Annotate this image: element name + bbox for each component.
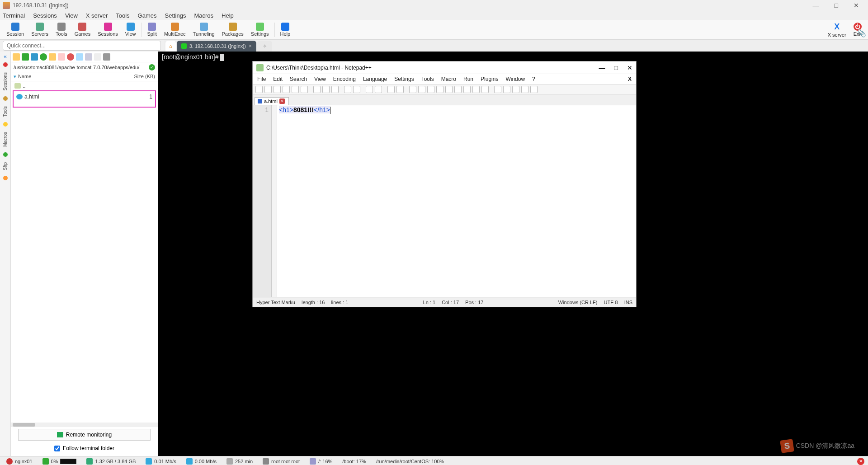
tool-tools[interactable]: Tools <box>52 22 71 38</box>
npp-zoom-out-icon[interactable] <box>396 86 404 93</box>
terminal-icon[interactable] <box>103 53 110 61</box>
npp-close-icon[interactable] <box>292 86 299 93</box>
npp-new-icon[interactable] <box>255 86 263 93</box>
npp-menu-macro[interactable]: Macro <box>441 76 456 82</box>
npp-redo-icon[interactable] <box>353 86 360 93</box>
tool-packages[interactable]: Packages <box>218 22 247 38</box>
view-icon[interactable] <box>85 53 92 61</box>
paperclip-icon[interactable]: 📎 <box>857 29 866 38</box>
npp-zoom-in-icon[interactable] <box>387 86 395 93</box>
npp-docmap-icon[interactable] <box>454 86 462 93</box>
npp-stop-icon[interactable] <box>503 86 510 93</box>
tool-sessions[interactable]: Sessions <box>94 22 122 38</box>
menu-xserver[interactable]: X server <box>86 12 108 19</box>
tool-tunneling[interactable]: Tunneling <box>189 22 218 38</box>
folder-up-icon[interactable] <box>13 53 20 61</box>
npp-copy-icon[interactable] <box>322 86 330 93</box>
tab-session-1[interactable]: 3. 192.168.10.31 ([nginx]) × <box>177 41 256 52</box>
menu-settings[interactable]: Settings <box>165 12 186 19</box>
tool-view[interactable]: View <box>122 22 140 38</box>
npp-replace-icon[interactable] <box>375 86 382 93</box>
npp-find-icon[interactable] <box>366 86 373 93</box>
npp-playmulti-icon[interactable] <box>521 86 528 93</box>
follow-terminal-checkbox[interactable]: Follow terminal folder <box>18 443 151 453</box>
notepadpp-window[interactable]: C:\Users\Think\Desktop\a.html - Notepad+… <box>252 61 637 307</box>
menu-tools[interactable]: Tools <box>116 12 129 19</box>
tool-servers[interactable]: Servers <box>28 22 52 38</box>
npp-allchars-icon[interactable] <box>418 86 425 93</box>
npp-minimize-button[interactable]: — <box>599 64 605 71</box>
tool-split[interactable]: Split <box>144 22 160 38</box>
tool-settings[interactable]: Settings <box>247 22 273 38</box>
tab-new[interactable]: ✧ <box>257 41 272 52</box>
npp-tab-ahtml[interactable]: a.html × <box>255 97 289 105</box>
tool-session[interactable]: Session <box>3 22 28 38</box>
tool-xserver[interactable]: XX server <box>824 21 850 38</box>
newfolder-icon[interactable] <box>49 53 56 61</box>
npp-maximize-button[interactable]: □ <box>614 64 618 71</box>
collapse-icon[interactable]: « <box>4 53 7 60</box>
menu-games[interactable]: Games <box>138 12 157 19</box>
npp-fold-icon[interactable] <box>436 86 443 93</box>
edit-icon[interactable] <box>76 53 83 61</box>
sidetab-sftp[interactable]: Sftp <box>2 160 9 173</box>
file-row[interactable]: a.html 1 <box>14 93 154 100</box>
hscroll[interactable] <box>11 423 158 427</box>
scroll-thumb[interactable] <box>13 423 35 427</box>
npp-editor[interactable]: 1 <h1>8081!!!</h1> <box>253 105 636 297</box>
menu-sessions[interactable]: Sessions <box>33 12 57 19</box>
npp-userlang-icon[interactable] <box>445 86 453 93</box>
npp-open-icon[interactable] <box>264 86 272 93</box>
npp-menu-language[interactable]: Language <box>363 76 387 82</box>
maximize-button[interactable]: □ <box>831 1 842 10</box>
npp-save-icon[interactable] <box>274 86 281 93</box>
npp-indent-icon[interactable] <box>427 86 434 93</box>
npp-wordwrap-icon[interactable] <box>409 86 416 93</box>
status-close-button[interactable]: ✕ <box>857 458 864 465</box>
tab-home[interactable]: ⌂ <box>165 41 176 52</box>
npp-print-icon[interactable] <box>301 86 308 93</box>
npp-menu-search[interactable]: Search <box>290 76 307 82</box>
sidetab-tools[interactable]: Tools <box>2 103 9 119</box>
npp-menu-file[interactable]: File <box>257 76 266 82</box>
npp-paste-icon[interactable] <box>331 86 339 93</box>
sort-icon[interactable]: ▾ <box>14 74 16 80</box>
sidetab-macros[interactable]: Macros <box>2 129 9 150</box>
props-icon[interactable] <box>94 53 101 61</box>
refresh-icon[interactable] <box>40 53 47 61</box>
menu-help[interactable]: Help <box>222 12 234 19</box>
npp-menu-plugins[interactable]: Plugins <box>481 76 498 82</box>
npp-folder-icon[interactable] <box>472 86 480 93</box>
npp-close-button[interactable]: ✕ <box>627 64 632 71</box>
npp-undo-icon[interactable] <box>344 86 351 93</box>
download-icon[interactable] <box>22 53 29 61</box>
col-size[interactable]: Size (KB) <box>123 74 155 80</box>
npp-play-icon[interactable] <box>512 86 519 93</box>
npp-record-icon[interactable] <box>494 86 501 93</box>
tab-close-icon[interactable]: × <box>249 43 252 49</box>
file-row-parent[interactable]: .. <box>13 82 156 89</box>
npp-menu-close-button[interactable]: X <box>628 76 632 82</box>
col-name[interactable]: Name <box>18 74 123 80</box>
npp-menu-encoding[interactable]: Encoding <box>333 76 356 82</box>
menu-view[interactable]: View <box>65 12 78 19</box>
menu-macros[interactable]: Macros <box>194 12 213 19</box>
tool-games[interactable]: Games <box>71 22 94 38</box>
npp-funclist-icon[interactable] <box>463 86 471 93</box>
npp-savemacro-icon[interactable] <box>530 86 538 93</box>
sidetab-sessions[interactable]: Sessions <box>2 70 9 94</box>
remote-monitoring-button[interactable]: Remote monitoring <box>18 429 151 441</box>
npp-cut-icon[interactable] <box>313 86 321 93</box>
npp-saveall-icon[interactable] <box>283 86 290 93</box>
npp-menu-tools[interactable]: Tools <box>421 76 434 82</box>
npp-menu-help[interactable]: ? <box>532 76 535 82</box>
tool-multiexec[interactable]: MultiExec <box>160 22 189 38</box>
npp-tab-close-icon[interactable]: × <box>279 99 285 104</box>
minimize-button[interactable]: — <box>809 1 823 10</box>
npp-menu-settings[interactable]: Settings <box>394 76 414 82</box>
stop-icon[interactable] <box>67 53 74 61</box>
npp-menu-run[interactable]: Run <box>463 76 473 82</box>
tool-help[interactable]: Help <box>277 22 294 38</box>
npp-menu-window[interactable]: Window <box>505 76 525 82</box>
npp-menu-edit[interactable]: Edit <box>273 76 283 82</box>
